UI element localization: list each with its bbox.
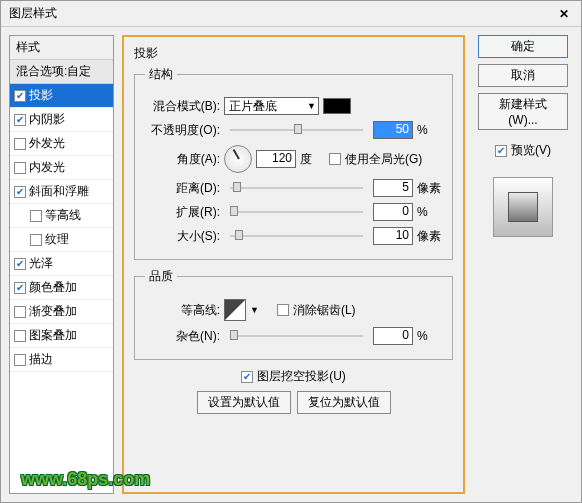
style-checkbox[interactable] — [14, 138, 26, 150]
preview-checkbox[interactable] — [495, 145, 507, 157]
noise-slider[interactable] — [230, 335, 363, 337]
quality-group: 品质 等高线: ▼ 消除锯齿(L) 杂色(N): 0 % — [134, 268, 453, 360]
noise-label: 杂色(N): — [145, 328, 220, 345]
layer-style-dialog: 图层样式 ✕ 样式 混合选项:自定 投影内阴影外发光内发光斜面和浮雕等高线纹理光… — [0, 0, 582, 503]
style-checkbox[interactable] — [30, 234, 42, 246]
style-item-6[interactable]: 纹理 — [10, 228, 113, 252]
opacity-input[interactable]: 50 — [373, 121, 413, 139]
style-item-label: 光泽 — [29, 255, 53, 272]
shadow-color-swatch[interactable] — [323, 98, 351, 114]
quality-legend: 品质 — [145, 268, 177, 285]
style-checkbox[interactable] — [14, 258, 26, 270]
styles-list: 样式 混合选项:自定 投影内阴影外发光内发光斜面和浮雕等高线纹理光泽颜色叠加渐变… — [9, 35, 114, 494]
style-checkbox[interactable] — [14, 354, 26, 366]
style-item-label: 渐变叠加 — [29, 303, 77, 320]
contour-picker[interactable] — [224, 299, 246, 321]
noise-unit: % — [417, 329, 442, 343]
style-item-0[interactable]: 投影 — [10, 84, 113, 108]
style-item-7[interactable]: 光泽 — [10, 252, 113, 276]
style-item-label: 内阴影 — [29, 111, 65, 128]
blend-options-header[interactable]: 混合选项:自定 — [10, 60, 113, 84]
size-label: 大小(S): — [145, 228, 220, 245]
close-button[interactable]: ✕ — [555, 7, 573, 21]
blend-mode-select[interactable]: 正片叠底 ▼ — [224, 97, 319, 115]
style-item-label: 投影 — [29, 87, 53, 104]
angle-input[interactable]: 120 — [256, 150, 296, 168]
style-item-label: 内发光 — [29, 159, 65, 176]
structure-legend: 结构 — [145, 66, 177, 83]
titlebar: 图层样式 ✕ — [1, 1, 581, 27]
distance-label: 距离(D): — [145, 180, 220, 197]
distance-input[interactable]: 5 — [373, 179, 413, 197]
style-item-label: 斜面和浮雕 — [29, 183, 89, 200]
style-item-2[interactable]: 外发光 — [10, 132, 113, 156]
size-input[interactable]: 10 — [373, 227, 413, 245]
watermark: www.68ps.com — [21, 469, 150, 490]
antialias-label: 消除锯齿(L) — [293, 302, 356, 319]
angle-unit: 度 — [300, 151, 325, 168]
style-checkbox[interactable] — [14, 186, 26, 198]
style-item-9[interactable]: 渐变叠加 — [10, 300, 113, 324]
style-item-1[interactable]: 内阴影 — [10, 108, 113, 132]
blend-mode-label: 混合模式(B): — [145, 98, 220, 115]
knockout-checkbox[interactable] — [241, 371, 253, 383]
style-item-label: 纹理 — [45, 231, 69, 248]
style-item-label: 外发光 — [29, 135, 65, 152]
antialias-checkbox[interactable] — [277, 304, 289, 316]
style-item-3[interactable]: 内发光 — [10, 156, 113, 180]
style-item-label: 颜色叠加 — [29, 279, 77, 296]
opacity-label: 不透明度(O): — [145, 122, 220, 139]
size-slider[interactable] — [230, 235, 363, 237]
angle-label: 角度(A): — [145, 151, 220, 168]
structure-group: 结构 混合模式(B): 正片叠底 ▼ 不透明度(O): 50 % 角 — [134, 66, 453, 260]
new-style-button[interactable]: 新建样式(W)... — [478, 93, 568, 130]
cancel-button[interactable]: 取消 — [478, 64, 568, 87]
spread-unit: % — [417, 205, 442, 219]
noise-input[interactable]: 0 — [373, 327, 413, 345]
style-checkbox[interactable] — [14, 306, 26, 318]
distance-unit: 像素 — [417, 180, 442, 197]
opacity-unit: % — [417, 123, 442, 137]
global-light-checkbox[interactable] — [329, 153, 341, 165]
spread-label: 扩展(R): — [145, 204, 220, 221]
preview-label: 预览(V) — [511, 142, 551, 159]
contour-dropdown-icon[interactable]: ▼ — [250, 305, 259, 315]
style-checkbox[interactable] — [14, 90, 26, 102]
style-checkbox[interactable] — [14, 330, 26, 342]
style-item-10[interactable]: 图案叠加 — [10, 324, 113, 348]
reset-default-button[interactable]: 复位为默认值 — [297, 391, 391, 414]
settings-panel: 投影 结构 混合模式(B): 正片叠底 ▼ 不透明度(O): 50 % — [122, 35, 465, 494]
distance-slider[interactable] — [230, 187, 363, 189]
global-light-label: 使用全局光(G) — [345, 151, 422, 168]
style-checkbox[interactable] — [14, 114, 26, 126]
style-checkbox[interactable] — [14, 162, 26, 174]
style-item-label: 等高线 — [45, 207, 81, 224]
style-checkbox[interactable] — [30, 210, 42, 222]
dropdown-arrow-icon: ▼ — [307, 101, 316, 111]
style-item-label: 描边 — [29, 351, 53, 368]
style-checkbox[interactable] — [14, 282, 26, 294]
right-panel: 确定 取消 新建样式(W)... 预览(V) — [473, 35, 573, 494]
section-title: 投影 — [134, 45, 453, 62]
style-item-8[interactable]: 颜色叠加 — [10, 276, 113, 300]
style-item-5[interactable]: 等高线 — [10, 204, 113, 228]
preview-swatch — [493, 177, 553, 237]
knockout-label: 图层挖空投影(U) — [257, 368, 346, 385]
dialog-title: 图层样式 — [9, 5, 57, 22]
ok-button[interactable]: 确定 — [478, 35, 568, 58]
spread-slider[interactable] — [230, 211, 363, 213]
styles-header: 样式 — [10, 36, 113, 60]
set-default-button[interactable]: 设置为默认值 — [197, 391, 291, 414]
spread-input[interactable]: 0 — [373, 203, 413, 221]
style-item-4[interactable]: 斜面和浮雕 — [10, 180, 113, 204]
opacity-slider[interactable] — [230, 129, 363, 131]
size-unit: 像素 — [417, 228, 442, 245]
contour-label: 等高线: — [145, 302, 220, 319]
style-item-11[interactable]: 描边 — [10, 348, 113, 372]
style-item-label: 图案叠加 — [29, 327, 77, 344]
angle-dial[interactable] — [224, 145, 252, 173]
